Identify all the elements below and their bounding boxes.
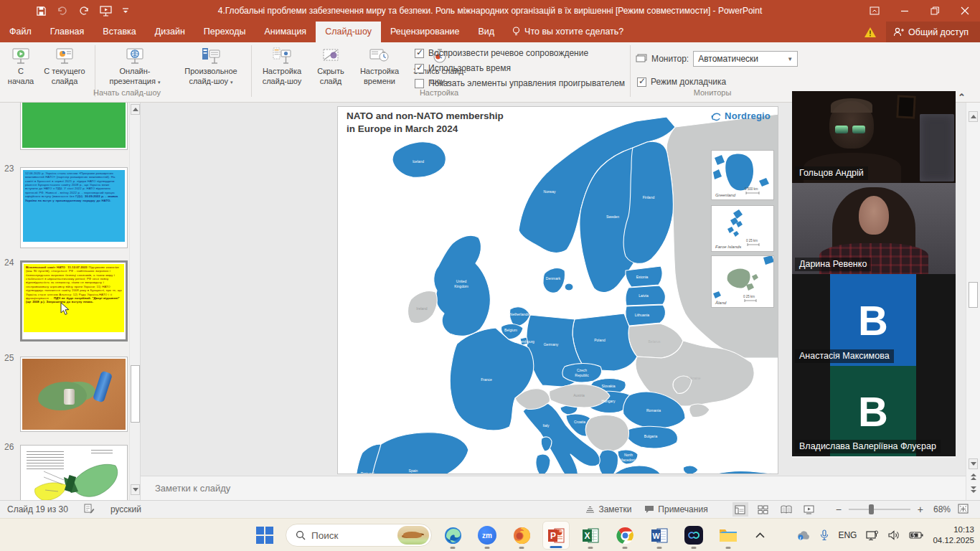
taskbar-overflow-chevron[interactable] xyxy=(749,521,771,550)
taskbar-search-box[interactable]: Поиск xyxy=(286,524,432,547)
tab-file[interactable]: Файл xyxy=(0,22,41,42)
scroll-up-arrow[interactable] xyxy=(969,111,978,122)
next-slide-button[interactable] xyxy=(969,484,978,495)
onedrive-icon[interactable]: i xyxy=(796,530,811,540)
tray-time: 10:13 xyxy=(933,524,974,535)
fit-slide-button[interactable] xyxy=(958,504,969,516)
participant-name-label: Анастасія Максимова xyxy=(795,349,894,363)
tab-animations[interactable]: Анимация xyxy=(255,22,316,42)
zoom-slider-thumb[interactable] xyxy=(869,504,874,514)
thumbnail-slide-23[interactable]: 12.06.2020 р. Україна стала членом «Прог… xyxy=(20,167,128,248)
network-icon[interactable] xyxy=(866,530,879,541)
thumbnail-scrollbar[interactable] xyxy=(129,103,140,500)
battery-icon[interactable] xyxy=(909,531,923,540)
previous-slide-button[interactable] xyxy=(969,471,978,482)
checkbox-presenter-view[interactable]: Режим докладчика xyxy=(637,77,726,87)
photo-mine-image xyxy=(22,359,126,430)
tab-insert[interactable]: Вставка xyxy=(93,22,145,42)
tab-design[interactable]: Дизайн xyxy=(146,22,194,42)
tab-slideshow[interactable]: Слайд-шоу xyxy=(316,22,381,42)
taskbar-app-powerpoint-active[interactable]: P xyxy=(542,521,570,550)
participant-video-tile[interactable]: B Анастасія Максимова xyxy=(792,274,956,366)
language-tray-indicator[interactable]: ENG xyxy=(838,530,857,540)
lightbulb-icon xyxy=(512,27,520,37)
comments-toggle-button[interactable]: Примечания xyxy=(644,504,707,514)
group-label-monitors: Мониторы xyxy=(634,88,791,97)
scroll-down-arrow[interactable] xyxy=(969,458,978,469)
microphone-icon[interactable] xyxy=(820,529,829,541)
share-button[interactable]: Общий доступ xyxy=(886,22,980,42)
thumbnail-slide-26[interactable] xyxy=(20,445,128,500)
scroll-up-arrow[interactable] xyxy=(131,104,140,115)
taskbar-app-excel[interactable]: X xyxy=(577,521,604,550)
zoom-out-button[interactable]: − xyxy=(836,504,842,515)
hide-slide-icon xyxy=(321,46,340,65)
checkbox-play-narrations[interactable]: Воспроизвести речевое сопровождение xyxy=(415,48,625,58)
taskbar-app-firefox[interactable] xyxy=(508,521,535,550)
custom-slideshow-button[interactable]: Произвольноеслайд-шоу ▾ xyxy=(174,46,248,92)
speaker-icon[interactable] xyxy=(888,530,900,540)
thumbnail-slide-25[interactable] xyxy=(20,357,128,432)
tab-view[interactable]: Вид xyxy=(468,22,504,42)
svg-text:Macedonia: Macedonia xyxy=(620,458,638,462)
svg-text:Faroe Islands: Faroe Islands xyxy=(715,245,741,249)
svg-text:0 25 km: 0 25 km xyxy=(743,295,755,298)
tell-me-box[interactable]: Что вы хотите сделать? xyxy=(504,22,632,42)
thumbnail-slide-22[interactable]: 28.05.2002 р. РНБО України: Стратегія що… xyxy=(20,103,128,150)
restore-button[interactable] xyxy=(920,0,950,22)
language-indicator[interactable]: русский xyxy=(110,504,141,514)
from-current-slide-button[interactable]: С текущегослайда xyxy=(37,46,92,92)
spellcheck-icon[interactable] xyxy=(84,504,95,516)
thumbnail-slide-24-selected[interactable]: Вільнюський саміт НАТО 11-12.07.2023 Під… xyxy=(20,260,128,342)
taskbar-app-chrome[interactable] xyxy=(611,521,639,550)
start-button[interactable] xyxy=(251,521,278,550)
online-presentation-icon xyxy=(126,46,144,65)
taskbar-clock[interactable]: 10:13 04.12.2025 xyxy=(933,524,974,546)
video-panel-collapse-chevron[interactable]: ⌃ xyxy=(958,92,966,103)
notes-toggle-button[interactable]: Заметки xyxy=(585,504,631,514)
zoom-percent[interactable]: 68% xyxy=(930,504,951,514)
participant-video-tile[interactable]: Гольцов Андрій xyxy=(792,91,956,183)
normal-view-button[interactable] xyxy=(732,502,748,517)
checkbox-show-media-controls[interactable]: Показать элементы управления проигрывате… xyxy=(415,78,625,88)
svg-text:0 500 km: 0 500 km xyxy=(745,187,758,191)
close-button[interactable] xyxy=(950,0,980,22)
participant-video-tile[interactable]: Дарина Ревенко xyxy=(792,183,956,274)
zoom-in-button[interactable]: + xyxy=(918,504,923,515)
participant-video-tile[interactable]: B Владислава Валеріївна Флуєрар xyxy=(792,366,956,456)
scrollbar-thumb[interactable] xyxy=(969,282,978,308)
search-highlight-image[interactable] xyxy=(397,526,429,545)
slide-sorter-view-button[interactable] xyxy=(755,502,771,517)
reading-view-button[interactable] xyxy=(778,502,794,517)
svg-text:Kingdom: Kingdom xyxy=(454,284,468,288)
taskbar-app-zoom-workplace[interactable] xyxy=(680,521,707,550)
nordregio-logo-icon xyxy=(711,110,722,121)
notes-pane[interactable]: Заметки к слайду xyxy=(141,476,966,500)
warning-icon[interactable] xyxy=(864,27,876,37)
tab-home[interactable]: Главная xyxy=(41,22,94,42)
monitor-select[interactable]: Автоматически▼ xyxy=(693,51,798,67)
svg-text:Czech: Czech xyxy=(577,368,587,372)
slide-area-scrollbar[interactable] xyxy=(966,103,980,500)
slideshow-view-button[interactable] xyxy=(801,502,817,517)
tab-transitions[interactable]: Переходы xyxy=(194,22,255,42)
minimize-button[interactable] xyxy=(890,0,920,22)
taskbar-app-word[interactable]: W xyxy=(646,521,673,550)
taskbar-app-edge[interactable] xyxy=(439,521,466,550)
ribbon-display-options-button[interactable] xyxy=(859,0,890,22)
rehearse-timings-button[interactable]: Настройкавремени xyxy=(353,46,406,92)
country-montenegro-albania xyxy=(598,450,618,474)
svg-text:Åland: Åland xyxy=(715,301,727,305)
from-beginning-button[interactable]: Сначала xyxy=(6,46,36,92)
scrollbar-thumb[interactable] xyxy=(131,365,140,423)
zoom-slider[interactable] xyxy=(849,509,910,510)
scroll-down-arrow[interactable] xyxy=(131,484,140,495)
taskbar-app-zoom[interactable]: zm xyxy=(473,521,501,550)
checkbox-use-timings[interactable]: Использовать время xyxy=(415,63,625,73)
tab-review[interactable]: Рецензирование xyxy=(381,22,469,42)
current-slide[interactable]: NATO and non-NATO membership in Europe i… xyxy=(337,106,778,474)
taskbar-app-file-explorer[interactable] xyxy=(715,521,742,550)
online-presentation-button[interactable]: Онлайн-презентация ▾ xyxy=(99,46,171,92)
hide-slide-button[interactable]: Скрытьслайд xyxy=(310,46,352,92)
setup-slideshow-button[interactable]: Настройкаслайд-шоу xyxy=(255,46,308,92)
